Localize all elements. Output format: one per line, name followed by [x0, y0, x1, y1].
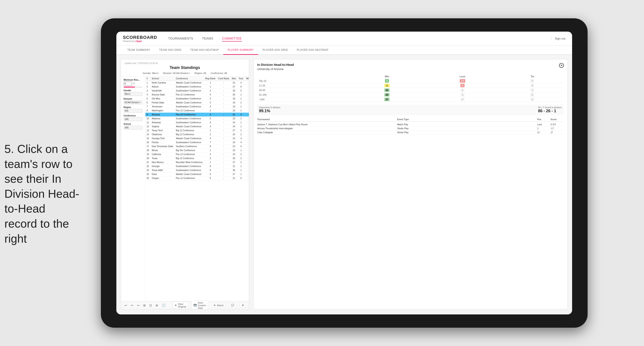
- clock-icon[interactable]: 🕐: [162, 304, 166, 307]
- standings-row-19[interactable]: 19 California Pac-12 Conference 4 - 24 2…: [145, 153, 249, 157]
- standings-row-9[interactable]: 9 Arizona Pac-12 Conference 3 - 21 3 -: [145, 113, 249, 117]
- division-select[interactable]: NCAA Division I: [124, 101, 142, 104]
- standings-row-6[interactable]: 6 Florida State Atlantic Coast Conferenc…: [145, 101, 249, 105]
- cell-confrank-10: -: [217, 117, 230, 121]
- tournament-col-pos: Pos: [537, 118, 551, 121]
- record-block: W-L-T record in-division: 86 - 26 - 1: [538, 106, 562, 113]
- cell-regrank-2: 1: [204, 85, 217, 89]
- cell-rds-24: 27: [230, 172, 238, 176]
- filter-icon[interactable]: ⊞: [143, 304, 146, 307]
- tournament-row-2[interactable]: Cabo Collegiate Stroke Play 11 17: [257, 131, 564, 135]
- standings-row-20[interactable]: 20 Texas Big 12 Conference 3 - 20 2 -: [145, 157, 249, 161]
- col-school: School: [150, 76, 174, 81]
- cell-school-19: California: [150, 153, 174, 157]
- cell-school-25: Oregon: [150, 176, 174, 180]
- cell-school-7: Tennessee: [150, 105, 174, 109]
- cell-win-6: -: [245, 101, 249, 105]
- standings-row-18[interactable]: 18 Illinois Big Ten Conference 1 - 23 1 …: [145, 149, 249, 153]
- tablet-screen: SCOREBOARD Powered by clippd TOURNAMENTS…: [116, 32, 572, 314]
- undo2-icon[interactable]: ↩: [131, 304, 134, 307]
- cell-rds-21: 27: [230, 161, 238, 164]
- view-original-btn[interactable]: 👁 View: Original: [172, 302, 188, 309]
- cell-school-13: Texas Tech: [150, 129, 174, 133]
- standings-row-17[interactable]: 17 East Tennessee State Southern Confere…: [145, 145, 249, 149]
- min-rounds-input[interactable]: [124, 82, 132, 86]
- sign-out-button[interactable]: Sign out: [551, 37, 566, 40]
- undo-icon[interactable]: ↩: [124, 304, 127, 307]
- cell-school-12: Virginia: [150, 125, 174, 129]
- cell-regrank-15: 4: [204, 137, 217, 141]
- watch-icon: 👁: [214, 304, 216, 307]
- sub-nav-player-h2h-heatmap[interactable]: PLAYER H2H HEATMAP: [292, 46, 333, 54]
- standings-row-1[interactable]: 1 North Carolina Atlantic Coast Conferen…: [145, 81, 249, 85]
- comment-btn[interactable]: 💬: [229, 303, 236, 308]
- cell-confrank-7: -: [217, 105, 230, 109]
- gender-filter: Gender: Men's: [143, 72, 158, 74]
- standings-row-7[interactable]: 7 Tennessee Southeastern Conference 4 - …: [145, 105, 249, 109]
- nav-teams[interactable]: TEAMS: [202, 36, 213, 41]
- standings-row-8[interactable]: 8 Washington Pac-12 Conference 2 - 23 1 …: [145, 109, 249, 113]
- cell-tour-20: 2: [238, 157, 245, 161]
- cell-regrank-17: 8: [204, 145, 217, 149]
- conference-select[interactable]: (All): [124, 117, 142, 121]
- cell-confrank-5: -: [217, 97, 230, 101]
- cell-win-7: -: [245, 105, 249, 109]
- standings-row-5[interactable]: 5 Ole Miss Southeastern Conference 3 - 1…: [145, 97, 249, 101]
- standings-row-21[interactable]: 21 New Mexico Mountain West Conference 1…: [145, 161, 249, 164]
- standings-row-14[interactable]: 14 Oklahoma Big 12 Conference 2 - 24 2 -: [145, 133, 249, 137]
- standings-row-4[interactable]: 4 Arizona State Pac-12 Conference 4 - 26…: [145, 93, 249, 97]
- nav-committee[interactable]: COMMITTEE: [222, 36, 242, 41]
- gender-select[interactable]: Men's: [124, 92, 142, 96]
- cell-rank-25: 25: [145, 176, 150, 180]
- cell-conf-19: Pac-12 Conference: [174, 153, 204, 157]
- cell-tour-24: 1: [238, 172, 245, 176]
- standings-row-13[interactable]: 13 Texas Tech Big 12 Conference 1 - 27 2…: [145, 129, 249, 133]
- watch-btn[interactable]: 👁 Watch: [212, 303, 226, 308]
- standings-row-15[interactable]: 15 Georgia Tech Atlantic Coast Conferenc…: [145, 137, 249, 141]
- cell-rank-5: 5: [145, 97, 150, 101]
- tournament-row-0[interactable]: Jackson T. Stephens Cup Men's Match-Play…: [257, 123, 564, 127]
- standings-row-22[interactable]: 22 Georgia Southeastern Conference 8 - 2…: [145, 164, 249, 168]
- nav-tournaments[interactable]: TOURNAMENTS: [168, 36, 193, 41]
- t2-name: Cabo Collegiate: [257, 131, 397, 134]
- cell-regrank-16: 7: [204, 141, 217, 145]
- school-select[interactable]: (All): [124, 126, 142, 130]
- sub-nav-team-h2h-heatmap[interactable]: TEAM H2H HEATMAP: [186, 46, 223, 54]
- standings-row-11[interactable]: 11 Arkansas Southeastern Conference 6 - …: [145, 121, 249, 125]
- cell-conf-7: Southeastern Conference: [174, 105, 204, 109]
- standings-row-25[interactable]: 25 Oregon Pac-12 Conference 5 - 21 0 -: [145, 176, 249, 180]
- standings-row-10[interactable]: 10 Alabama Southeastern Conference 5 - 2…: [145, 117, 249, 121]
- filter2-icon[interactable]: ⊡: [149, 304, 152, 307]
- standings-row-23[interactable]: 23 Texas A&M Southeastern Conference 9 -…: [145, 168, 249, 172]
- tournament-row-1[interactable]: Arizona Thunderbirds Intercollegiate Str…: [257, 127, 564, 131]
- logo-sub: Powered by clippd: [123, 40, 157, 42]
- min-rounds-slider[interactable]: [124, 87, 142, 87]
- copy-icon[interactable]: ⊕: [156, 304, 158, 307]
- standings-row-12[interactable]: 12 Virginia Atlantic Coast Conference 3 …: [145, 125, 249, 129]
- t1-score: -17: [551, 127, 564, 130]
- cell-tour-5: 1: [238, 97, 245, 101]
- standings-row-3[interactable]: 3 Vanderbilt Southeastern Conference 2 -…: [145, 89, 249, 93]
- standings-row-2[interactable]: 2 Auburn Southeastern Conference 1 - 27 …: [145, 85, 249, 89]
- sub-nav-player-h2h-grid[interactable]: PLAYER H2H GRID: [258, 46, 292, 54]
- filter-row: Gender: Men's Division: NCAA Division I …: [124, 72, 245, 74]
- cell-rds-19: 24: [230, 153, 238, 157]
- close-h2h-button[interactable]: ✕: [559, 63, 564, 68]
- standings-row-24[interactable]: 24 Duke Atlantic Coast Conference 5 - 27…: [145, 172, 249, 176]
- standings-row-16[interactable]: 16 Florida Southeastern Conference 7 - 2…: [145, 141, 249, 145]
- cell-win-11: -: [245, 121, 249, 125]
- cell-win-1: -: [245, 81, 249, 85]
- save-custom-btn[interactable]: 💾 Save Custom View: [192, 301, 208, 310]
- standings-table: # School Conference Reg Rank Conf Rank R…: [145, 76, 249, 180]
- redo-icon[interactable]: ↪: [137, 304, 140, 307]
- cell-win-14: -: [245, 133, 249, 137]
- top-nav: SCOREBOARD Powered by clippd TOURNAMENTS…: [116, 32, 572, 46]
- sub-nav-player-summary[interactable]: PLAYER SUMMARY: [223, 46, 258, 55]
- sub-nav-team-h2h-grid[interactable]: TEAM H2H GRID: [155, 46, 186, 54]
- grid-btn[interactable]: ⊞: [240, 303, 246, 308]
- logo-text: SCOREBOARD: [123, 35, 157, 40]
- cell-tour-6: 2: [238, 101, 245, 105]
- sub-nav-team-summary[interactable]: TEAM SUMMARY: [123, 46, 155, 54]
- region-select[interactable]: N/A: [124, 109, 142, 113]
- t1-pos: 1: [537, 127, 551, 130]
